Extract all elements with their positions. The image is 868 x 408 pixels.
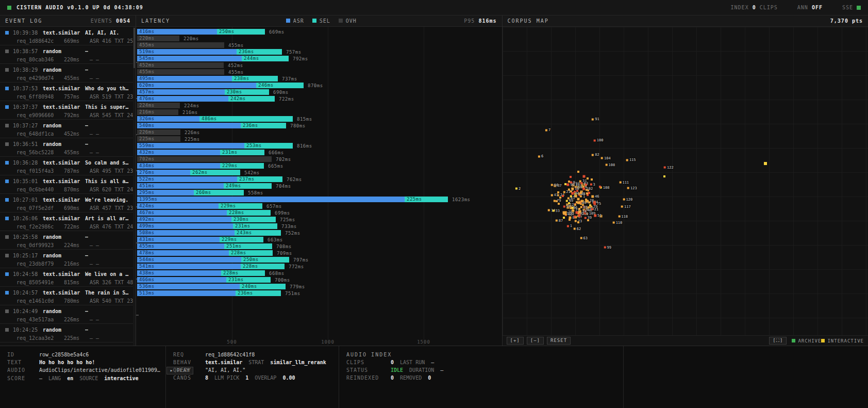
corpus-point[interactable]: 24 [579,209,587,213]
corpus-point[interactable]: 123 [627,186,637,190]
corpus-point[interactable]: 18 [571,187,579,190]
corpus-point[interactable] [580,182,582,184]
corpus-point[interactable] [578,215,580,217]
latency-bar-row[interactable]: 522ms237ms762ms [137,176,502,183]
latency-bar-row[interactable]: 478ms228ms709ms [137,250,502,256]
corpus-point[interactable]: 122 [664,166,674,169]
latency-bar-row[interactable]: 499ms231ms733ms [137,223,502,230]
event-log-entry[interactable]: 10:26:06text.similarArt is all around u…… [0,213,136,231]
latency-bar-row[interactable]: 295ms260ms558ms [137,189,502,196]
corpus-point[interactable]: 9 [570,181,575,184]
corpus-point[interactable]: 50 [551,183,558,187]
latency-bar-row[interactable]: 513ms236ms751ms [137,290,502,297]
corpus-map-area[interactable]: 9171006821041151081222111123120117118110… [503,27,868,335]
latency-bar-row[interactable]: 476ms242ms722ms [137,95,502,102]
corpus-point[interactable] [588,192,590,194]
latency-bar-row[interactable]: 326ms486ms815ms [137,116,502,122]
corpus-point[interactable] [585,184,587,186]
latency-bar-row[interactable]: 438ms228ms668ms [137,270,502,276]
corpus-point[interactable]: 99 [604,246,611,249]
event-log-entry[interactable]: 10:25:17random—req_23db8f79216ms— — [0,250,136,268]
latency-bar-row[interactable]: 495ms238ms737ms [137,75,502,82]
corpus-point[interactable] [580,200,583,203]
latency-bar-row[interactable]: 455ms455ms [137,42,502,48]
latency-bar-row[interactable]: 540ms236ms780ms [137,122,502,129]
corpus-point[interactable]: 41 [550,193,558,197]
corpus-point[interactable]: 34 [571,192,579,195]
corpus-point[interactable]: 21 [591,207,598,211]
latency-bar-row[interactable]: 702ms702ms [137,156,502,162]
corpus-point[interactable]: 3 [590,183,595,186]
corpus-point[interactable] [574,216,576,218]
corpus-point[interactable]: 100 [594,139,604,142]
event-log-entry[interactable]: 10:24:58text.similarWe live on a beauti…… [0,268,136,287]
corpus-point[interactable]: 115 [626,158,636,162]
corpus-point[interactable]: 118 [618,215,628,218]
corpus-point[interactable]: 102 [582,187,593,190]
corpus-point[interactable] [563,217,565,219]
corpus-point[interactable]: 91 [592,118,599,121]
corpus-point[interactable]: 87 [556,219,563,222]
latency-bar-row[interactable]: 466ms231ms700ms [137,276,502,283]
event-log-entry[interactable]: 10:25:58random—req_0df99923224ms— — [0,231,136,250]
corpus-point[interactable]: 39 [584,216,591,220]
latency-bar-row[interactable]: 226ms226ms [137,129,502,136]
latency-bar-row[interactable]: 431ms229ms663ms [137,236,502,243]
corpus-point[interactable] [588,206,590,208]
corpus-point[interactable] [663,175,665,177]
corpus-point[interactable] [599,186,601,188]
corpus-point[interactable] [559,197,561,199]
latency-bar-row[interactable]: 455ms251ms708ms [137,243,502,250]
reset-button[interactable]: RESET [547,337,571,345]
corpus-point[interactable]: 62 [574,227,581,231]
event-log-entry[interactable]: 10:35:01text.similarThis is all a refle…… [0,175,136,194]
latency-bar-row[interactable]: 508ms243ms752ms [137,230,502,236]
latency-bar-row[interactable]: 545ms244ms792ms [137,55,502,62]
corpus-point[interactable]: 117 [621,205,631,208]
latency-bar-row[interactable]: 224ms224ms [137,102,502,109]
event-log-entry[interactable]: 10:24:25random—req_12caa3e2225ms— — [0,324,136,342]
latency-bar-row[interactable]: 457ms230ms690ms [137,89,502,95]
corpus-point[interactable]: 122 [565,213,575,216]
corpus-point[interactable]: 120 [623,198,633,201]
corpus-point[interactable] [569,219,571,221]
latency-bar-row[interactable]: 1395ms225ms1623ms [137,196,502,203]
event-log-entry[interactable]: 10:38:29random—req_e4290d74455ms— — [0,64,136,83]
corpus-point[interactable]: 59 [563,205,571,208]
corpus-point[interactable]: 108 [600,186,610,189]
latency-bar-row[interactable]: 424ms229ms657ms [137,203,502,209]
corpus-point[interactable]: 28 [587,199,594,203]
latency-bar-row[interactable]: 620ms246ms870ms [137,82,502,89]
latency-bar-row[interactable]: 452ms452ms [137,62,502,69]
event-log-entry[interactable]: 10:24:57text.similarThe rain in Spain f…… [0,287,136,305]
corpus-point[interactable]: 104 [601,156,611,160]
corpus-point[interactable] [591,178,593,181]
latency-bar-row[interactable]: 559ms253ms816ms [137,142,502,149]
corpus-point[interactable] [570,176,572,178]
corpus-point[interactable]: 63 [580,236,587,240]
corpus-point[interactable] [572,207,574,209]
corpus-point[interactable] [577,221,579,223]
corpus-point[interactable] [582,175,585,177]
latency-bar-row[interactable]: 216ms216ms [137,109,502,116]
corpus-point[interactable]: 1 [567,224,572,228]
corpus-point[interactable] [576,201,578,203]
corpus-point[interactable] [564,183,566,185]
latency-bar-row[interactable]: 541ms228ms772ms [137,263,502,270]
corpus-point[interactable] [577,171,579,173]
event-log-scrollbar[interactable] [133,27,136,346]
latency-bar-row[interactable]: 276ms262ms542ms [137,169,502,176]
corpus-point[interactable] [586,192,588,194]
scrollbar-thumb[interactable] [133,28,135,68]
event-log-entry[interactable]: 10:37:37text.similarThis is super coolre… [0,101,136,120]
latency-bar-row[interactable]: 451ms249ms704ms [137,183,502,189]
corpus-point[interactable]: 7 [545,128,550,132]
event-log-entry[interactable]: 10:23:28text.similarWho will remember y… [0,342,136,346]
event-log-entry[interactable]: 10:37:53text.similarWho do you think yo…… [0,83,136,101]
latency-bar-row[interactable]: 536ms240ms779ms [137,283,502,290]
zoom-in-button[interactable]: [+] [507,337,524,345]
event-log-list[interactable]: 10:39:38text.similarAI, AI, AI.req_1d886… [0,27,136,346]
corpus-point[interactable]: 82 [592,153,599,157]
corpus-point[interactable]: 33 [553,209,560,213]
corpus-point[interactable]: 111 [619,181,629,184]
